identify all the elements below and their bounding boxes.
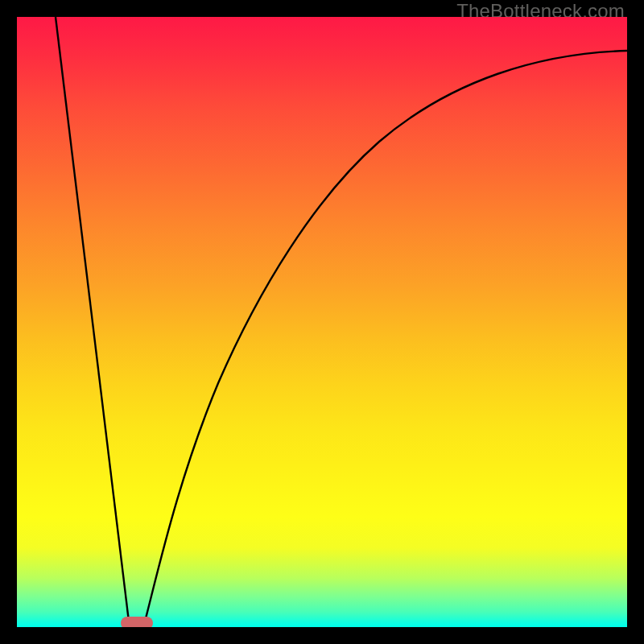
chart-curves: [17, 17, 627, 627]
dip-marker: [121, 617, 153, 627]
left-descent-line: [56, 17, 129, 621]
chart-frame: [17, 17, 627, 627]
right-ascent-curve: [145, 51, 627, 621]
